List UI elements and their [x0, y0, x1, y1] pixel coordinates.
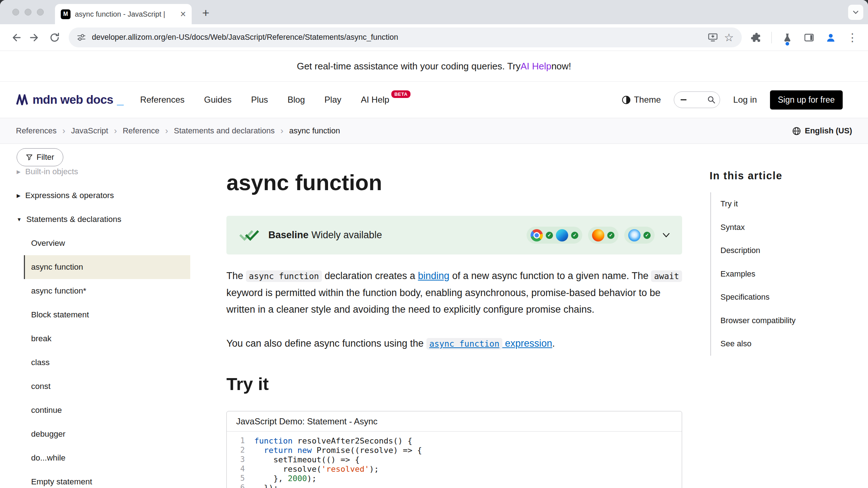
support-check-icon: ✓ [546, 232, 553, 239]
nav-item-label: Guides [204, 95, 231, 105]
sidebar-item-do-while[interactable]: do...while [24, 446, 190, 470]
code-lines: 1function resolveAfter2Seconds() {2 retu… [227, 436, 682, 488]
second-paragraph: You can also define async functions usin… [226, 335, 682, 352]
side-panel-icon[interactable] [799, 28, 819, 47]
breadcrumb-item-reference[interactable]: Reference [123, 126, 159, 136]
back-button[interactable] [6, 28, 25, 47]
install-icon[interactable] [707, 32, 718, 43]
forward-button[interactable] [25, 28, 45, 47]
profile-avatar-icon[interactable] [821, 28, 841, 47]
crumb-separator-icon: › [165, 126, 168, 136]
code-text: function resolveAfter2Seconds() { [254, 436, 412, 445]
ai-help-link[interactable]: AI Help [520, 61, 551, 72]
toc-item-try-it[interactable]: Try it [720, 192, 868, 216]
sidebar-item-async-function[interactable]: async function* [24, 279, 190, 303]
search-icon[interactable] [707, 95, 716, 104]
filter-button[interactable]: Filter [17, 148, 63, 166]
breadcrumb-item-statements-and-declarations[interactable]: Statements and declarations [174, 126, 275, 136]
browser-toolbar: developer.allizom.org/en-US/docs/Web/Jav… [0, 24, 868, 51]
tab-close-icon[interactable]: × [180, 9, 186, 19]
sidebar-item-const[interactable]: const [24, 374, 190, 398]
breadcrumb-item-references[interactable]: References [16, 126, 57, 136]
nav-item-play[interactable]: Play [324, 95, 341, 105]
code-token: ); [307, 474, 317, 483]
promo-text: now! [551, 61, 571, 72]
main-nav: ReferencesGuidesPlusBlogPlayAI HelpBETA [140, 95, 410, 105]
filter-label: Filter [37, 153, 54, 162]
breadcrumb: References›JavaScript›Reference›Statemen… [16, 126, 340, 136]
baseline-expand-chevron-icon[interactable] [663, 233, 670, 238]
reload-button[interactable] [45, 28, 64, 47]
bookmark-star-icon[interactable]: ☆ [724, 32, 734, 43]
text: keyword is permitted within the function… [226, 287, 660, 315]
baseline-banner[interactable]: BaselineWidely available ✓✓✓✓ [226, 216, 682, 254]
browser-support-icons: ✓✓✓✓ [527, 227, 655, 244]
baseline-status-text: Widely available [311, 230, 382, 240]
mdn-logo-icon [16, 94, 29, 105]
code-token: return [264, 446, 293, 455]
nav-item-guides[interactable]: Guides [204, 95, 231, 105]
article: async function BaselineWidely available … [226, 144, 682, 488]
code-text: }, 2000); [254, 474, 316, 483]
login-link[interactable]: Log in [733, 95, 757, 105]
browser-window: M async function - JavaScript | × + deve… [0, 0, 868, 488]
sidebar-item-continue[interactable]: continue [24, 398, 190, 422]
language-switcher[interactable]: English (US) [792, 126, 852, 136]
experiments-flask-icon[interactable] [778, 28, 797, 47]
toc-item-description[interactable]: Description [720, 239, 868, 262]
code-token: ); [369, 465, 379, 474]
nav-item-ai-help[interactable]: AI HelpBETA [361, 95, 410, 105]
theme-toggle[interactable]: Theme [622, 95, 661, 105]
sidebar-item-async-function[interactable]: async function [24, 255, 190, 279]
line-number: 5 [227, 474, 245, 483]
code-line: 2 return new Promise((resolve) => { [227, 445, 682, 455]
sidebar-item-block-statement[interactable]: Block statement [24, 303, 190, 327]
chrome-logo-icon [531, 229, 543, 241]
toc-item-specifications[interactable]: Specifications [720, 286, 868, 309]
site-settings-icon[interactable] [77, 33, 86, 42]
async-function-expression-link[interactable]: async function expression [426, 338, 552, 349]
notification-dot [785, 41, 790, 46]
sidebar-group-expressions-operators[interactable]: ▶Expressions & operators [0, 184, 206, 207]
browser-tab[interactable]: M async function - JavaScript | × [55, 4, 192, 24]
sidebar-group-label: Statements & declarations [26, 215, 122, 224]
sidebar-item-label: continue [31, 406, 62, 415]
sidebar-item-empty-statement[interactable]: Empty statement [24, 470, 190, 488]
signup-button[interactable]: Sign up for free [770, 90, 843, 110]
toc-item-see-also[interactable]: See also [720, 332, 868, 356]
new-tab-button[interactable]: + [197, 4, 214, 21]
sidebar-item-label: debugger [31, 429, 65, 439]
sidebar-item-debugger[interactable]: debugger [24, 422, 190, 446]
code-line: 4 resolve('resolved'); [227, 464, 682, 474]
nav-item-references[interactable]: References [140, 95, 185, 105]
search-input[interactable] [674, 91, 720, 108]
toc-item-syntax[interactable]: Syntax [720, 216, 868, 239]
sidebar-item-break[interactable]: break [24, 327, 190, 351]
browser-menu-icon[interactable]: ⋮ [843, 28, 862, 47]
sidebar-item-class[interactable]: class [24, 351, 190, 374]
extensions-icon[interactable] [746, 28, 766, 47]
url-text[interactable]: developer.allizom.org/en-US/docs/Web/Jav… [92, 33, 702, 42]
toc-item-examples[interactable]: Examples [720, 262, 868, 286]
window-close-button[interactable] [12, 9, 19, 16]
sidebar-group-statements-declarations[interactable]: ▼Statements & declarations [0, 207, 206, 231]
sidebar-item-overview[interactable]: Overview [24, 231, 190, 255]
nav-item-label: Play [324, 95, 341, 105]
code-token: }); [254, 483, 278, 488]
line-number: 4 [227, 465, 245, 473]
url-bar[interactable]: developer.allizom.org/en-US/docs/Web/Jav… [69, 27, 742, 47]
nav-item-plus[interactable]: Plus [251, 95, 268, 105]
tab-search-button[interactable] [848, 5, 863, 20]
window-zoom-button[interactable] [37, 9, 44, 16]
code-editor[interactable]: 1function resolveAfter2Seconds() {2 retu… [227, 432, 682, 488]
nav-item-blog[interactable]: Blog [288, 95, 305, 105]
sidebar-group-built-in-objects[interactable]: ▶Built-in objects [0, 165, 206, 184]
mdn-logo[interactable]: mdn web docs_ [16, 93, 124, 107]
sidebar-item-label: do...while [31, 453, 65, 463]
text: of a new async function to a given name.… [450, 270, 651, 281]
filter-funnel-icon [26, 154, 33, 161]
toc-item-browser-compatibility[interactable]: Browser compatibility [720, 309, 868, 333]
window-minimize-button[interactable] [25, 9, 31, 16]
breadcrumb-item-javascript[interactable]: JavaScript [71, 126, 109, 136]
binding-link[interactable]: binding [418, 270, 450, 281]
